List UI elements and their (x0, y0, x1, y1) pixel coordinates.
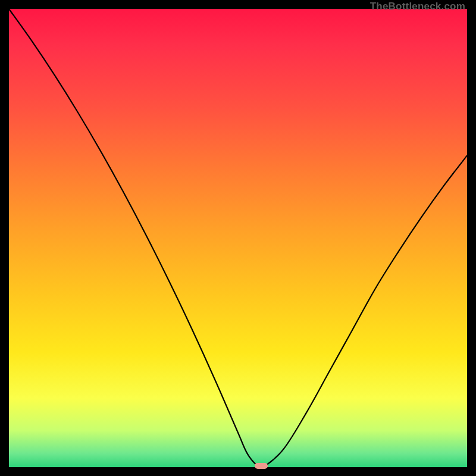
plot-area (9, 9, 467, 467)
chart-frame: TheBottleneck.com (0, 0, 476, 476)
